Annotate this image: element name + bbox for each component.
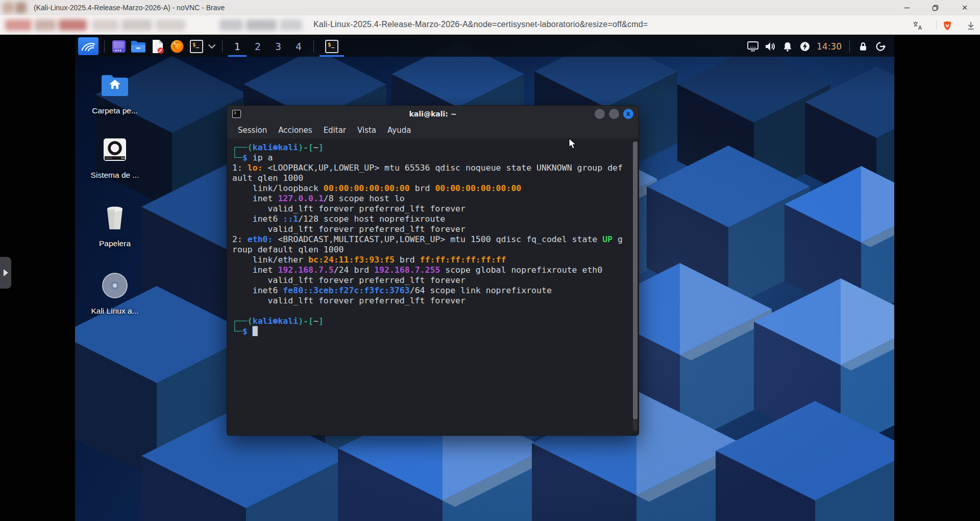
close-icon: ×	[962, 2, 967, 13]
panel-separator	[313, 40, 314, 53]
tab-title: (Kali-Linux-2025.4-Release-Marzo-2026-A)…	[34, 4, 225, 12]
download-icon	[965, 20, 976, 31]
terminal-launcher[interactable]: $_	[187, 36, 206, 57]
logout-button[interactable]	[872, 36, 889, 57]
terminal-menubar: Session Acciones Editar Vista Ayuda	[227, 122, 639, 138]
display-tray-button[interactable]	[744, 36, 762, 57]
display-icon	[747, 41, 759, 52]
menu-session[interactable]: Session	[232, 126, 273, 135]
workspace-1-label: 1	[234, 41, 240, 52]
desktop-icon-label: Carpeta pe...	[84, 106, 145, 115]
desktop-icon-home[interactable]: Carpeta pe...	[84, 72, 145, 115]
kali-desktop[interactable]: $_ 1 2 3 4 $_	[75, 36, 894, 521]
brave-shield-button[interactable]	[941, 19, 953, 32]
workspace-4-label: 4	[296, 41, 302, 52]
text-editor-icon	[151, 39, 165, 54]
desktop-icon-label: Kali Linux a...	[84, 306, 145, 316]
terminal-output: ┌──(kali⊛kali)-[~]└─$ ip a1: lo: <LOOPBA…	[232, 143, 633, 337]
menu-vista[interactable]: Vista	[352, 126, 382, 135]
novnc-handle[interactable]	[0, 257, 11, 289]
restore-icon	[932, 5, 939, 11]
desktop-icon-kali-dvd[interactable]: Kali Linux a...	[84, 272, 145, 316]
notifications-tray-button[interactable]	[779, 36, 796, 57]
download-button[interactable]	[965, 19, 977, 32]
terminal-dropdown-button[interactable]	[206, 36, 217, 57]
active-workspace-indicator	[228, 55, 247, 57]
workspace-2-button[interactable]: 2	[248, 36, 268, 57]
minimize-icon	[904, 5, 910, 11]
tab-favicon-blur2	[15, 2, 27, 13]
active-task-indicator	[320, 55, 344, 57]
translate-button[interactable]: A	[912, 19, 924, 32]
trash-icon	[84, 204, 145, 232]
firefox-launcher[interactable]	[167, 36, 187, 57]
kali-menu-icon	[81, 40, 96, 53]
panel-clock[interactable]: 14:30	[817, 41, 842, 52]
workspace-1-button[interactable]: 1	[227, 36, 248, 57]
kali-menu-button[interactable]	[78, 37, 99, 55]
browser-viewport: $_ 1 2 3 4 $_	[0, 35, 980, 521]
toolbar-blur	[59, 19, 87, 31]
desktop-icon-trash[interactable]: Papelera	[84, 204, 145, 248]
dvd-disc-icon	[84, 272, 145, 299]
terminal-icon: $_	[190, 40, 203, 53]
terminal-body[interactable]: ┌──(kali⊛kali)-[~]└─$ ip a1: lo: <LOOPBA…	[227, 138, 639, 435]
terminal-titlebar[interactable]: ❯ kali@kali: ~ x	[227, 106, 639, 122]
text-editor-launcher[interactable]	[148, 36, 167, 57]
dashboard-launcher[interactable]	[109, 36, 129, 57]
dashboard-icon	[111, 39, 127, 54]
browser-toolbar: Kali-Linux-2025.4-Release-Marzo-2026-A&n…	[0, 15, 980, 35]
close-button[interactable]: ×	[953, 0, 976, 15]
terminal-close-button[interactable]: x	[623, 109, 633, 119]
workspace-4-button[interactable]: 4	[288, 36, 309, 57]
tab-favicon-blur	[3, 2, 14, 13]
toolbar-blur	[156, 19, 185, 31]
kali-panel: $_ 1 2 3 4 $_	[75, 36, 894, 57]
terminal-scrollbar-thumb[interactable]	[633, 141, 638, 419]
workspace-2-label: 2	[255, 41, 261, 52]
firefox-icon	[169, 39, 185, 54]
home-folder-icon	[84, 72, 145, 99]
menu-acciones[interactable]: Acciones	[273, 126, 317, 135]
toolbar-blur	[246, 19, 277, 31]
restore-button[interactable]	[923, 0, 947, 15]
menu-editar[interactable]: Editar	[318, 126, 352, 135]
file-manager-launcher[interactable]	[129, 36, 148, 57]
mouse-cursor	[568, 138, 579, 150]
terminal-minimize-button[interactable]	[595, 109, 605, 119]
brave-shield-icon	[942, 20, 953, 31]
logout-icon	[874, 40, 887, 53]
desktop-icon-label: Sistema de ...	[84, 171, 145, 180]
workspace-3-label: 3	[275, 41, 281, 52]
panel-separator	[104, 40, 105, 53]
toolbar-blur	[121, 19, 152, 31]
terminal-task-button[interactable]: $_	[318, 36, 345, 57]
menu-ayuda[interactable]: Ayuda	[382, 126, 416, 135]
terminal-window: ❯ kali@kali: ~ x Session Acciones Editar…	[227, 105, 639, 436]
power-manager-icon	[799, 40, 811, 53]
workspace-3-button[interactable]: 3	[268, 36, 288, 57]
panel-separator	[222, 40, 223, 53]
toolbar-blur	[5, 19, 32, 31]
toolbar-blur	[280, 19, 302, 31]
toolbar-blur	[219, 19, 243, 31]
lock-screen-button[interactable]	[854, 36, 872, 57]
terminal-maximize-button[interactable]	[609, 109, 619, 119]
url-bar-text[interactable]: Kali-Linux-2025.4-Release-Marzo-2026-A&n…	[313, 20, 648, 29]
toolbar-blur	[92, 19, 118, 31]
toolbar-blur	[35, 19, 56, 31]
file-manager-icon	[130, 39, 146, 54]
terminal-icon: $_	[325, 40, 338, 53]
panel-separator	[849, 40, 850, 53]
desktop-icon-filesystem[interactable]: Sistema de ...	[84, 136, 145, 180]
chevron-down-icon	[208, 41, 215, 49]
svg-text:A: A	[918, 25, 922, 31]
speaker-icon	[764, 40, 776, 53]
minimize-button[interactable]	[895, 0, 919, 15]
volume-tray-button[interactable]	[762, 36, 779, 57]
terminal-scrollbar[interactable]	[633, 141, 638, 431]
lock-icon	[857, 40, 869, 53]
translate-icon: A	[912, 20, 923, 31]
power-manager-tray-button[interactable]	[796, 36, 814, 57]
expand-arrow-icon	[4, 269, 8, 276]
